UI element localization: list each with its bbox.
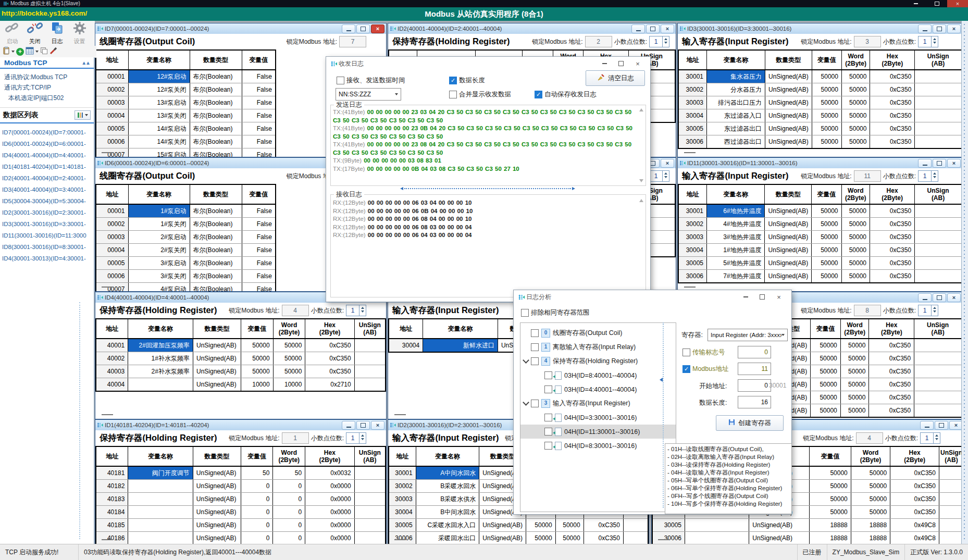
cell-name[interactable]: 排污器出口压力 xyxy=(706,96,765,109)
cell-name[interactable]: 1#泵关闭 xyxy=(128,218,190,231)
cell-name[interactable]: 1#地热井温度 xyxy=(707,244,765,257)
cell-address[interactable]: 30002 xyxy=(678,218,707,231)
decimal-places-spinner[interactable]: 1 xyxy=(920,432,940,444)
cell-name[interactable]: 15#泵启动 xyxy=(128,148,190,157)
window-titlebar[interactable]: ID2(40001-40004)(ID=2:40001--40004)× xyxy=(388,23,676,34)
tree-node[interactable]: 3输入寄存器(Input Register) xyxy=(520,396,676,410)
cell-value[interactable]: 50000 xyxy=(812,96,841,109)
cell-address[interactable]: 00006 xyxy=(96,135,128,148)
cell-word[interactable]: 18888 xyxy=(851,532,890,544)
cell-type[interactable]: UnSigned(AB) xyxy=(765,231,812,244)
cell-unsigned[interactable] xyxy=(354,466,386,480)
cell-word[interactable]: 50000 xyxy=(841,244,870,257)
cell-address[interactable]: 40002 xyxy=(96,352,128,365)
maximize-button[interactable] xyxy=(646,24,660,33)
resize-grip[interactable] xyxy=(102,539,113,540)
tree-node[interactable]: 1离散输入寄存器(Input Relay) xyxy=(520,340,676,354)
cell-value[interactable]: 0 xyxy=(241,519,273,532)
cell-value[interactable]: False xyxy=(242,244,276,257)
cell-name[interactable]: 集水器压力 xyxy=(706,70,765,83)
cell-value[interactable]: False xyxy=(242,148,276,157)
close-button[interactable]: × xyxy=(947,24,961,33)
cell-unsigned[interactable] xyxy=(623,532,648,544)
resize-grip[interactable] xyxy=(102,414,113,415)
minimize-button[interactable] xyxy=(918,159,932,168)
close-button[interactable]: × xyxy=(371,421,384,430)
modbus-address-lock-field[interactable]: 7 xyxy=(339,36,366,47)
cell-value[interactable]: 50000 xyxy=(812,257,841,270)
close-button[interactable]: × xyxy=(947,159,961,168)
tree-checkbox[interactable] xyxy=(544,428,552,435)
cell-value[interactable]: 50000 xyxy=(811,352,841,365)
cell-address[interactable]: 40184 xyxy=(96,506,128,519)
cell-value[interactable]: False xyxy=(242,96,276,109)
cell-hex[interactable]: 0xC350 xyxy=(869,339,914,352)
cell-name[interactable]: A中间水回水 xyxy=(416,466,479,480)
cell-unsigned[interactable] xyxy=(915,244,962,257)
cell-type[interactable]: UnSigned(AB) xyxy=(765,218,812,231)
cell-hex[interactable]: 0xC350 xyxy=(890,506,939,519)
cell-type[interactable]: UnSigned(AB) xyxy=(193,339,241,352)
cell-value[interactable]: 50000 xyxy=(241,352,273,365)
transfer-flag-checkbox[interactable] xyxy=(682,349,690,356)
app-titlebar[interactable]: Modbus 虚拟主机 4合1(Slave) × xyxy=(0,0,968,7)
cell-value[interactable]: 50000 xyxy=(812,83,841,96)
transfer-flag-field[interactable]: 0 xyxy=(738,346,771,358)
cell-hex[interactable]: 0x0000 xyxy=(305,519,354,532)
cell-hex[interactable]: 0xC350 xyxy=(870,231,915,244)
cell-unsigned[interactable] xyxy=(939,519,964,532)
cell-unsigned[interactable] xyxy=(915,218,962,231)
cell-word[interactable]: 50000 xyxy=(840,365,869,378)
cell-address[interactable]: 30004 xyxy=(389,506,416,519)
function-code-list[interactable]: - 01H--读取线圈寄存器(Output Coil),- 02H--读取离散输… xyxy=(665,443,792,514)
data-area-list-item[interactable]: ID2(40001-40004)(ID=2:40001- xyxy=(2,172,94,184)
data-area-list-item[interactable]: ID2(30001-30016)(ID=2:30001- xyxy=(2,207,94,218)
cell-name[interactable]: 西过滤器出口 xyxy=(706,135,765,149)
window-titlebar[interactable]: ID1(40181-40204)(ID=1:40181--40204)× xyxy=(95,420,386,431)
data-area-list-item[interactable]: ID4(40001-40004)(ID=4:40001- xyxy=(2,150,94,161)
cell-address[interactable]: 30006 xyxy=(389,532,416,544)
cell-unsigned[interactable] xyxy=(915,270,962,283)
maximize-button[interactable] xyxy=(356,24,370,33)
cell-value[interactable]: 18888 xyxy=(810,532,851,544)
cell-type[interactable]: UnSigned(AB) xyxy=(765,204,812,218)
cell-value[interactable]: False xyxy=(242,122,276,135)
data-area-list-item[interactable]: ID7(00001-00024)(ID=7:00001- xyxy=(2,127,94,138)
window-titlebar[interactable]: ID7(00001-00024)(ID=7:00001--00024)× xyxy=(95,23,386,34)
time-checkbox[interactable] xyxy=(337,77,344,84)
close-button[interactable]: × xyxy=(947,293,961,302)
time-format-select[interactable]: NN:SS:ZZZ xyxy=(336,88,401,101)
cell-value[interactable]: 50 xyxy=(241,466,273,480)
chevron-down-icon[interactable] xyxy=(523,357,529,364)
cell-word[interactable]: 50000 xyxy=(841,257,870,270)
cell-type[interactable]: 布尔(Boolean) xyxy=(190,83,242,96)
cell-type[interactable]: 布尔(Boolean) xyxy=(190,231,242,244)
data-list-view-button[interactable] xyxy=(75,110,91,120)
cell-name[interactable] xyxy=(128,480,193,493)
cell-name[interactable]: 1#补水泵频率 xyxy=(128,352,193,365)
maximize-button[interactable] xyxy=(933,159,946,168)
cell-name[interactable]: 14#泵启动 xyxy=(128,122,190,135)
maximize-button[interactable] xyxy=(933,24,946,33)
merge-checkbox[interactable] xyxy=(449,91,457,98)
cell-word[interactable]: 50000 xyxy=(851,506,890,519)
cell-unsigned[interactable] xyxy=(915,231,962,244)
scroll-up-arrow[interactable] xyxy=(639,108,643,111)
cell-value[interactable]: 50000 xyxy=(810,493,851,506)
cell-name[interactable]: 东过滤器出口 xyxy=(706,122,765,135)
cell-word[interactable]: 0 xyxy=(273,506,305,519)
send-log-area[interactable]: TX:(41Byte) 00 00 00 00 00 23 03 04 20 C… xyxy=(333,108,637,183)
cell-word[interactable]: 50000 xyxy=(555,532,584,544)
data-area-list-item[interactable]: ID3(30001-30016)(ID=3:30001- xyxy=(2,218,94,230)
panel-splitter[interactable] xyxy=(663,322,664,508)
cell-address[interactable]: 00002 xyxy=(96,83,128,96)
decimal-places-spinner[interactable]: 1 xyxy=(346,432,366,444)
cell-hex[interactable]: 0xC350 xyxy=(305,352,354,365)
cell-address[interactable]: 00003 xyxy=(96,96,128,109)
cell-hex[interactable]: 0xC350 xyxy=(870,109,915,122)
close-icon[interactable]: × xyxy=(771,291,787,303)
cell-word[interactable]: 50000 xyxy=(841,270,870,283)
cell-unsigned[interactable] xyxy=(354,506,386,519)
cell-type[interactable]: 布尔(Boolean) xyxy=(190,122,242,135)
cell-hex[interactable]: 0xC350 xyxy=(869,352,914,365)
